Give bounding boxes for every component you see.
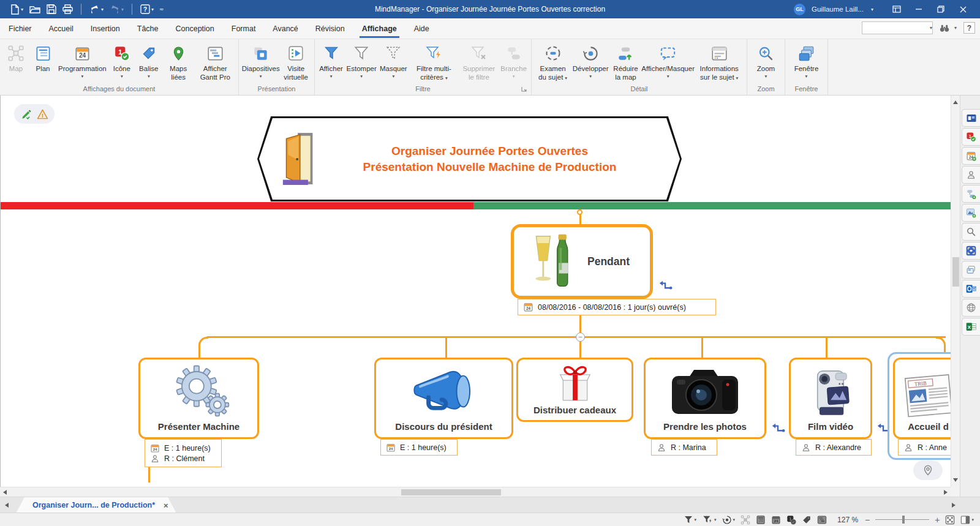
topic-distribuer-cadeaux[interactable]: Distribuer cadeaux bbox=[516, 358, 633, 422]
help-button[interactable]: ? bbox=[963, 22, 975, 34]
task-info-callout[interactable]: E : 1 heure(s) bbox=[380, 439, 458, 456]
panels-button[interactable]: ▾ bbox=[960, 515, 974, 525]
user-dropdown-icon[interactable]: ▾ bbox=[871, 7, 873, 12]
tab-revision[interactable]: Révision bbox=[307, 19, 353, 38]
sidebar-item-resources[interactable] bbox=[962, 166, 980, 184]
undo-button[interactable]: ▾ bbox=[88, 4, 105, 15]
redo-button[interactable]: ▾ bbox=[108, 4, 126, 15]
relationship-icon[interactable] bbox=[770, 419, 785, 434]
topic-film-video[interactable]: Film vidéo bbox=[789, 358, 872, 439]
binoculars-icon[interactable] bbox=[939, 23, 950, 34]
status-outline-view-button[interactable] bbox=[756, 515, 766, 525]
central-topic[interactable]: Organiser Journée Portes Ouvertes Présen… bbox=[257, 116, 682, 201]
status-icons-view-button[interactable] bbox=[786, 515, 796, 525]
warning-icon[interactable] bbox=[37, 108, 48, 120]
help-dropdown-icon[interactable]: ▾ bbox=[151, 7, 154, 12]
dropdown-icon[interactable]: ▾ bbox=[794, 73, 819, 80]
user-avatar[interactable]: GL bbox=[794, 4, 805, 15]
ribbon-button-plan[interactable]: Plan bbox=[29, 41, 56, 73]
ribbon-button-programmation[interactable]: Programmation▾ bbox=[56, 41, 108, 80]
search-dropdown-icon[interactable]: ▾ bbox=[927, 22, 935, 34]
dropdown-icon[interactable]: ▾ bbox=[347, 73, 377, 80]
dropdown-icon[interactable]: ▾ bbox=[242, 73, 280, 80]
zoom-slider-thumb[interactable] bbox=[902, 516, 905, 524]
ribbon-button-filtre-multicriteres[interactable]: Filtre multi-critères▾ bbox=[409, 41, 459, 81]
ribbon-button-estomper[interactable]: Estomper▾ bbox=[345, 41, 378, 80]
dropdown-icon[interactable]: ▾ bbox=[641, 73, 695, 80]
task-info-callout[interactable]: 08/08/2016 - 08/08/2016 : 1 jour(s) ouvr… bbox=[518, 299, 716, 315]
ribbon-button-maps-liees[interactable]: Maps liées bbox=[162, 41, 195, 81]
ribbon-button-masquer[interactable]: Masquer▾ bbox=[378, 41, 409, 80]
new-document-dropdown-icon[interactable]: ▾ bbox=[21, 7, 23, 12]
scroll-right-arrow[interactable] bbox=[944, 490, 948, 495]
dropdown-icon[interactable]: ▾ bbox=[380, 73, 407, 80]
vertical-scroll-thumb[interactable] bbox=[952, 257, 959, 287]
minimize-button[interactable] bbox=[909, 1, 929, 17]
zoom-slider[interactable] bbox=[875, 519, 929, 520]
ribbon-button-diapositives[interactable]: Diapositives▾ bbox=[241, 41, 280, 80]
sidebar-item-search[interactable] bbox=[962, 223, 980, 241]
topic-prendre-photos[interactable]: Prendre les photos bbox=[644, 358, 766, 439]
tab-fichier[interactable]: Fichier bbox=[0, 19, 40, 38]
ribbon-button-afficher[interactable]: Afficher▾ bbox=[317, 41, 345, 80]
sidebar-item-outlook[interactable] bbox=[962, 280, 980, 298]
topic-accueil[interactable]: Accueil d bbox=[893, 358, 951, 439]
dropdown-icon[interactable]: ▾ bbox=[736, 75, 739, 81]
dropdown-icon[interactable]: ▾ bbox=[58, 73, 107, 80]
dropdown-icon[interactable]: ▾ bbox=[139, 73, 158, 80]
print-button[interactable] bbox=[61, 3, 75, 15]
ribbon-button-map[interactable]: Map bbox=[2, 41, 29, 73]
status-gantt-view-button[interactable] bbox=[817, 515, 827, 525]
ribbon-button-branche[interactable]: Branche▾ bbox=[499, 41, 529, 80]
tab-scroll-right-arrow[interactable] bbox=[952, 503, 956, 508]
dropdown-icon[interactable]: ▾ bbox=[319, 73, 343, 80]
undo-dropdown-icon[interactable]: ▾ bbox=[101, 7, 104, 12]
ribbon-button-balise[interactable]: Balise▾ bbox=[135, 41, 162, 80]
zoom-out-button[interactable]: − bbox=[865, 516, 870, 524]
tab-avance[interactable]: Avancé bbox=[264, 19, 306, 38]
ribbon-button-examen-sujet[interactable]: Examen du sujet▾ bbox=[534, 41, 571, 81]
ribbon-button-supprimer-filtre[interactable]: Supprimer le filtre bbox=[459, 41, 499, 81]
dropdown-icon[interactable]: ▾ bbox=[757, 73, 775, 80]
binoculars-dropdown-icon[interactable]: ▾ bbox=[951, 22, 960, 34]
task-info-callout[interactable]: E : 1 heure(s) R : Clément bbox=[145, 439, 222, 467]
topic-pendant[interactable]: Pendant bbox=[511, 224, 653, 299]
ribbon-button-zoom[interactable]: Zoom▾ bbox=[753, 41, 780, 80]
tab-scroll-left-arrow[interactable] bbox=[5, 503, 9, 508]
scroll-left-arrow[interactable] bbox=[3, 490, 7, 495]
ribbon-button-icone[interactable]: Icône▾ bbox=[108, 41, 135, 80]
sidebar-item-web[interactable] bbox=[962, 299, 980, 317]
dropdown-icon[interactable]: ▾ bbox=[500, 73, 527, 80]
restore-button[interactable] bbox=[931, 1, 951, 17]
close-button[interactable] bbox=[953, 1, 973, 17]
open-button[interactable] bbox=[28, 4, 42, 15]
ribbon-button-fenetre[interactable]: Fenêtre▾ bbox=[791, 41, 823, 80]
sidebar-item-map-parts[interactable] bbox=[962, 109, 980, 127]
document-tab[interactable]: Organiser Journ... de Production* × bbox=[16, 497, 176, 513]
dropdown-icon[interactable]: ▾ bbox=[573, 73, 609, 80]
status-tags-view-button[interactable] bbox=[802, 515, 812, 525]
sidebar-item-windows[interactable] bbox=[962, 261, 980, 279]
task-info-callout[interactable]: R : Marina bbox=[651, 439, 717, 456]
status-schedule-view-button[interactable] bbox=[771, 515, 781, 525]
ribbon-button-afficher-masquer[interactable]: Afficher/Masquer▾ bbox=[642, 41, 695, 80]
ribbon-button-reduire-map[interactable]: Réduire la map bbox=[609, 41, 642, 81]
vertical-scrollbar[interactable] bbox=[951, 96, 960, 487]
close-tab-icon[interactable]: × bbox=[164, 501, 168, 510]
customize-qat-icon[interactable]: ≂ bbox=[159, 6, 164, 12]
tab-accueil[interactable]: Accueil bbox=[40, 19, 82, 38]
horizontal-scrollbar[interactable] bbox=[0, 487, 951, 497]
collapse-toggle[interactable]: − bbox=[576, 333, 585, 342]
status-develop-button[interactable]: ▾ bbox=[722, 515, 736, 525]
ribbon-button-visite-virtuelle[interactable]: Visite virtuelle bbox=[280, 41, 312, 81]
scroll-down-arrow[interactable] bbox=[953, 478, 958, 482]
sidebar-item-excel[interactable]: X bbox=[962, 318, 980, 336]
dialog-launcher-icon[interactable] bbox=[521, 86, 527, 92]
sidebar-item-schedule-add[interactable] bbox=[962, 147, 980, 165]
dropdown-icon[interactable]: ▾ bbox=[113, 73, 130, 80]
relationship-icon[interactable] bbox=[657, 276, 673, 291]
zoom-in-button[interactable]: + bbox=[935, 516, 940, 524]
fit-map-button[interactable] bbox=[945, 515, 955, 525]
ribbon-button-informations-sujet[interactable]: Informations sur le sujet▾ bbox=[694, 41, 744, 81]
scroll-up-arrow[interactable] bbox=[953, 100, 958, 104]
